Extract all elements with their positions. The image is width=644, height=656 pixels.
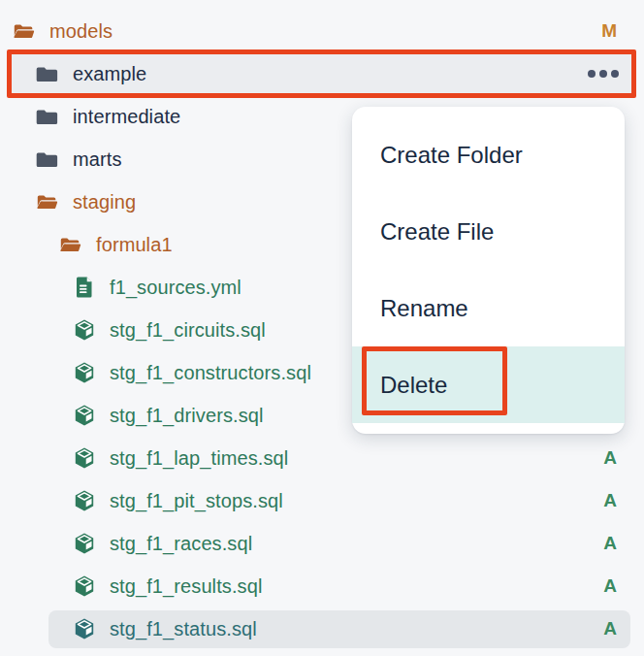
- cube-icon: [72, 318, 97, 342]
- menu-item-create-file[interactable]: Create File: [352, 193, 625, 270]
- cube-icon: [72, 532, 97, 555]
- tree-row-stg-f1-pit-stops[interactable]: stg_f1_pit_stops.sql A: [0, 479, 644, 522]
- tree-item-label: marts: [73, 148, 122, 171]
- menu-item-delete[interactable]: Delete: [352, 346, 625, 423]
- cube-icon: [72, 446, 97, 470]
- folder-icon: [35, 62, 60, 85]
- cube-icon: [72, 574, 97, 598]
- menu-item-rename[interactable]: Rename: [352, 270, 625, 346]
- git-status-badge-added: A: [603, 533, 617, 554]
- git-status-badge-added: A: [603, 490, 617, 511]
- menu-item-create-folder[interactable]: Create Folder: [352, 116, 625, 193]
- tree-row-stg-f1-results[interactable]: stg_f1_results.sql A: [0, 565, 644, 607]
- folder-icon: [35, 105, 60, 128]
- folder-open-icon: [12, 19, 37, 43]
- tree-item-label: example: [73, 63, 146, 85]
- git-status-badge-added: A: [603, 575, 617, 597]
- folder-open-icon: [35, 190, 60, 213]
- kebab-menu-icon[interactable]: [588, 70, 619, 78]
- tree-row-stg-f1-status[interactable]: stg_f1_status.sql A: [0, 607, 644, 650]
- git-status-badge-modified: M: [601, 20, 617, 42]
- tree-item-label: stg_f1_circuits.sql: [110, 319, 266, 342]
- tree-row-stg-f1-lap-times[interactable]: stg_f1_lap_times.sql A: [0, 437, 644, 479]
- folder-icon: [35, 148, 60, 171]
- tree-item-label: stg_f1_races.sql: [110, 533, 252, 555]
- tree-item-label: formula1: [96, 234, 173, 256]
- tree-row-models[interactable]: models M: [0, 10, 644, 52]
- document-icon: [72, 276, 97, 299]
- git-status-badge-added: A: [603, 447, 617, 469]
- tree-row-example[interactable]: example: [0, 52, 644, 95]
- tree-item-label: stg_f1_constructors.sql: [110, 362, 311, 384]
- folder-open-icon: [58, 233, 83, 256]
- tree-item-label: stg_f1_status.sql: [110, 618, 257, 640]
- cube-icon: [72, 404, 97, 427]
- context-menu: Create Folder Create File Rename Delete: [352, 107, 625, 434]
- tree-row-stg-f1-races[interactable]: stg_f1_races.sql A: [0, 522, 644, 565]
- tree-item-label: stg_f1_pit_stops.sql: [110, 490, 283, 512]
- cube-icon: [72, 361, 97, 384]
- tree-item-label: f1_sources.yml: [110, 277, 242, 299]
- tree-item-label: stg_f1_results.sql: [110, 575, 262, 598]
- git-status-badge-added: A: [603, 618, 617, 640]
- tree-item-label: intermediate: [73, 106, 180, 128]
- tree-item-label: stg_f1_drivers.sql: [110, 405, 264, 427]
- cube-icon: [72, 489, 97, 512]
- tree-item-label: staging: [73, 191, 136, 213]
- tree-item-label: stg_f1_lap_times.sql: [110, 447, 288, 470]
- cube-icon: [72, 617, 97, 640]
- tree-item-label: models: [49, 20, 113, 43]
